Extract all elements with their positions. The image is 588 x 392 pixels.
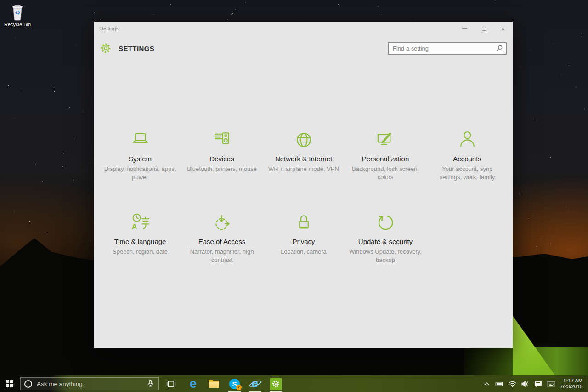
edge-logo: e: [190, 378, 197, 390]
maximize-button[interactable]: [474, 22, 493, 35]
category-title: System: [99, 155, 181, 163]
cortana-icon: [24, 380, 32, 388]
minimize-button[interactable]: [455, 22, 474, 35]
category-description: Your account, sync settings, work, famil…: [426, 165, 508, 182]
settings-category-system[interactable]: SystemDisplay, notifications, apps, powe…: [99, 125, 181, 187]
settings-category-accounts[interactable]: AccountsYour account, sync settings, wor…: [426, 125, 508, 187]
system-tray: 9:17 AM 7/23/2015: [480, 375, 588, 392]
start-button[interactable]: [0, 375, 19, 392]
settings-tile: [270, 378, 282, 390]
windows-logo-icon: [6, 380, 14, 388]
settings-category-network-internet[interactable]: Network & InternetWi-Fi, airplane mode, …: [263, 125, 345, 187]
gear-icon: [100, 43, 111, 54]
taskbar-app-skype[interactable]: S2: [224, 375, 245, 392]
category-title: Ease of Access: [181, 238, 263, 245]
recycle-bin-icon[interactable]: ♻ Recycle Bin: [3, 3, 32, 27]
battery-icon[interactable]: [493, 375, 506, 392]
lock-icon: [263, 210, 345, 233]
category-description: Display, notifications, apps, power: [99, 165, 181, 182]
person-icon: [426, 127, 508, 151]
taskbar-app-settings[interactable]: [266, 375, 286, 392]
settings-category-ease-of-access[interactable]: Ease of AccessNarrator, magnifier, high …: [181, 208, 263, 270]
category-title: Devices: [181, 155, 263, 163]
laptop-icon: [99, 127, 181, 151]
category-title: Accounts: [426, 155, 508, 163]
maximize-icon: [482, 27, 486, 31]
devices-icon: [181, 127, 263, 151]
svg-text:A: A: [131, 223, 136, 231]
taskbar-apps: eS2e: [183, 375, 286, 392]
settings-category-devices[interactable]: DevicesBluetooth, printers, mouse: [181, 125, 263, 187]
close-icon: ×: [501, 25, 505, 32]
volume-icon[interactable]: [519, 375, 531, 392]
category-title: Update & security: [345, 238, 426, 245]
settings-category-privacy[interactable]: PrivacyLocation, camera: [263, 208, 345, 270]
action-center-icon[interactable]: [531, 375, 544, 392]
time-language-icon: A: [99, 210, 181, 233]
clock-date: 7/23/2015: [560, 384, 582, 390]
cortana-search-input[interactable]: [37, 381, 146, 387]
folder-glyph: [209, 380, 219, 388]
tray-clock[interactable]: 9:17 AM 7/23/2015: [557, 378, 586, 390]
clock-time: 9:17 AM: [560, 378, 582, 384]
category-description: Speech, region, date: [99, 248, 181, 256]
personalization-icon: [345, 127, 426, 151]
recycle-bin-label: Recycle Bin: [3, 22, 32, 27]
show-desktop-button[interactable]: [586, 375, 588, 392]
search-input[interactable]: [393, 45, 496, 52]
category-description: Narrator, magnifier, high contrast: [181, 248, 263, 264]
svg-text:♻: ♻: [15, 9, 20, 16]
microphone-icon[interactable]: [146, 379, 155, 389]
task-view-button[interactable]: [161, 375, 181, 392]
find-setting-searchbox[interactable]: [388, 42, 507, 55]
settings-category-personalization[interactable]: PersonalizationBackground, lock screen, …: [345, 125, 426, 187]
touch-keyboard-icon[interactable]: [544, 375, 557, 392]
trash-bin-glyph: ♻: [10, 3, 25, 21]
settings-category-update-security[interactable]: Update & securityWindows Update, recover…: [345, 208, 426, 270]
skype-badge: 2: [236, 385, 242, 390]
category-description: Windows Update, recovery, backup: [345, 248, 426, 264]
category-description: Wi-Fi, airplane mode, VPN: [263, 165, 345, 173]
category-description: Location, camera: [263, 248, 345, 256]
category-description: Bluetooth, printers, mouse: [181, 165, 263, 173]
search-icon[interactable]: [496, 45, 503, 52]
refresh-icon: [345, 210, 426, 233]
category-title: Time & language: [99, 238, 181, 245]
category-title: Network & Internet: [263, 155, 345, 163]
close-button[interactable]: ×: [493, 22, 513, 35]
settings-categories-grid: SystemDisplay, notifications, apps, powe…: [99, 125, 508, 290]
taskbar: eS2e 9:17 AM 7/23/2015: [0, 375, 588, 392]
taskbar-app-file-explorer[interactable]: [204, 375, 224, 392]
category-title: Privacy: [263, 238, 345, 245]
task-view-icon: [165, 378, 177, 390]
chevron-up-icon[interactable]: [480, 375, 493, 392]
taskbar-app-internet-explorer[interactable]: e: [245, 375, 266, 392]
settings-category-time-language[interactable]: ATime & languageSpeech, region, date: [99, 208, 181, 270]
minimize-icon: [462, 28, 467, 29]
window-titlebar[interactable]: Settings ×: [94, 22, 513, 35]
category-title: Personalization: [345, 155, 426, 163]
skype-logo: S2: [229, 379, 240, 389]
window-title: Settings: [100, 26, 455, 31]
ie-logo: e: [249, 378, 261, 390]
cortana-search-box[interactable]: [20, 377, 159, 390]
taskbar-app-microsoft-edge[interactable]: e: [183, 375, 204, 392]
globe-icon: [263, 127, 345, 151]
settings-window: Settings × SETTINGS SystemDisplay, notif…: [94, 22, 513, 348]
category-description: Background, lock screen, colors: [345, 165, 426, 182]
page-title: SETTINGS: [119, 45, 388, 52]
wifi-icon[interactable]: [506, 375, 519, 392]
ease-of-access-icon: [181, 210, 263, 233]
